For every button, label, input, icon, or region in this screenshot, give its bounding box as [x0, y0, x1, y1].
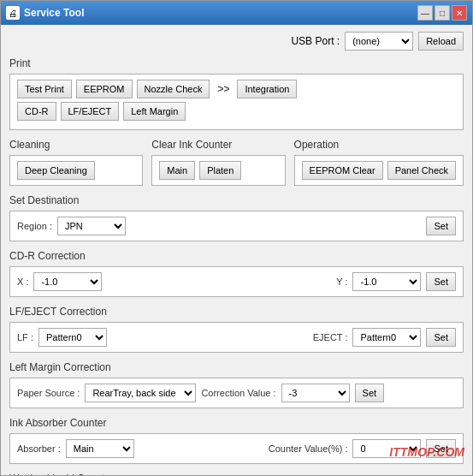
main-window: 🖨 Service Tool — □ ✕ USB Port : (none) R… [0, 0, 473, 476]
print-section-label: Print [9, 57, 464, 69]
platen-button[interactable]: Platen [199, 161, 241, 180]
print-row1: Test Print EEPROM Nozzle Check >> Integr… [17, 80, 456, 98]
nozzle-check-button[interactable]: Nozzle Check [137, 80, 210, 98]
set-destination-button[interactable]: Set [426, 217, 456, 235]
left-margin-button[interactable]: Left Margin [123, 102, 186, 121]
set-destination-section: Set Destination Region : JPNUSAEUR Set [9, 194, 464, 241]
arrow-icon: >> [214, 83, 233, 95]
panel-check-button[interactable]: Panel Check [387, 161, 456, 180]
minimize-button[interactable]: — [417, 5, 433, 21]
ink-absorber-label: Ink Absorber Counter [9, 417, 464, 429]
paper-source-label: Paper Source : [17, 388, 80, 398]
usb-port-select[interactable]: (none) [345, 32, 413, 51]
cleaning-label: Cleaning [9, 139, 143, 151]
region-select[interactable]: JPNUSAEUR [57, 217, 126, 235]
integration-button[interactable]: Integration [237, 80, 297, 98]
clear-ink-section: Clear Ink Counter Main Platen [151, 139, 285, 186]
correction-value-label: Correction Value : [201, 388, 275, 398]
print-section: Print Test Print EEPROM Nozzle Check >> … [9, 57, 464, 130]
window-title: Service Tool [24, 7, 417, 19]
eeprom-button[interactable]: EEPROM [76, 80, 133, 98]
cleaning-section: Cleaning Deep Cleaning [9, 139, 143, 186]
middle-sections: Cleaning Deep Cleaning Clear Ink Counter… [9, 139, 464, 186]
left-margin-set-button[interactable]: Set [355, 384, 385, 402]
eject-label: EJECT : [313, 332, 348, 342]
test-print-button[interactable]: Test Print [17, 80, 72, 98]
x-select[interactable]: -1.00.01.0 [33, 272, 102, 291]
wetting-liquid-label: Wetting Liquid Counter [9, 473, 464, 475]
usb-port-label: USB Port : [291, 35, 340, 47]
cd-r-correction-section: CD-R Correction X : -1.00.01.0 Y : -1.00… [9, 250, 464, 297]
absorber-label: Absorber : [17, 443, 61, 454]
deep-cleaning-button[interactable]: Deep Cleaning [17, 161, 95, 180]
paper-source-select[interactable]: RearTray, back side of papFrontTray [85, 384, 196, 402]
clear-ink-label: Clear Ink Counter [151, 139, 285, 151]
cd-r-set-button[interactable]: Set [426, 272, 456, 291]
maximize-button[interactable]: □ [435, 5, 450, 21]
left-margin-correction-label: Left Margin Correction [9, 361, 464, 373]
y-label: Y : [336, 277, 347, 287]
ink-counter-label: Counter Value(%) : [269, 443, 348, 454]
operation-label: Operation [294, 139, 464, 151]
usb-port-row: USB Port : (none) Reload [9, 32, 464, 51]
y-select[interactable]: -1.00.01.0 [352, 272, 421, 291]
reload-button[interactable]: Reload [418, 32, 464, 51]
lf-label: LF : [17, 332, 33, 342]
absorber-select[interactable]: MainPlaten [66, 439, 134, 458]
print-row2: CD-R LF/EJECT Left Margin [17, 102, 456, 121]
three-cols: Cleaning Deep Cleaning Clear Ink Counter… [9, 139, 464, 186]
cd-r-correction-label: CD-R Correction [9, 250, 464, 262]
lf-eject-correction-label: LF/EJECT Correction [9, 306, 464, 318]
eeprom-clear-button[interactable]: EEPROM Clear [302, 161, 383, 180]
title-bar: 🖨 Service Tool — □ ✕ [1, 1, 472, 25]
x-label: X : [17, 277, 28, 287]
app-icon: 🖨 [6, 6, 20, 20]
lf-select[interactable]: Pattern0Pattern1Pattern2 [38, 328, 107, 347]
lf-eject-correction-section: LF/EJECT Correction LF : Pattern0Pattern… [9, 306, 464, 353]
close-button[interactable]: ✕ [452, 5, 467, 21]
lf-eject-set-button[interactable]: Set [426, 328, 456, 347]
wetting-liquid-section: Wetting Liquid Counter Counter Value(%) … [9, 473, 464, 475]
region-label: Region : [17, 221, 52, 231]
main-button[interactable]: Main [159, 161, 195, 180]
title-bar-buttons: — □ ✕ [417, 5, 467, 21]
watermark: ITTMOP.COM [389, 445, 464, 459]
eject-select[interactable]: Pattern0Pattern1Pattern2 [352, 328, 421, 347]
set-destination-label: Set Destination [9, 194, 464, 206]
left-margin-correction-section: Left Margin Correction Paper Source : Re… [9, 361, 464, 408]
operation-section: Operation EEPROM Clear Panel Check [294, 139, 464, 186]
cd-r-button[interactable]: CD-R [17, 102, 56, 121]
main-content: USB Port : (none) Reload Print Test Prin… [1, 25, 472, 475]
lf-eject-button[interactable]: LF/EJECT [61, 102, 120, 121]
correction-value-select[interactable]: -3-2-10 [281, 384, 350, 402]
